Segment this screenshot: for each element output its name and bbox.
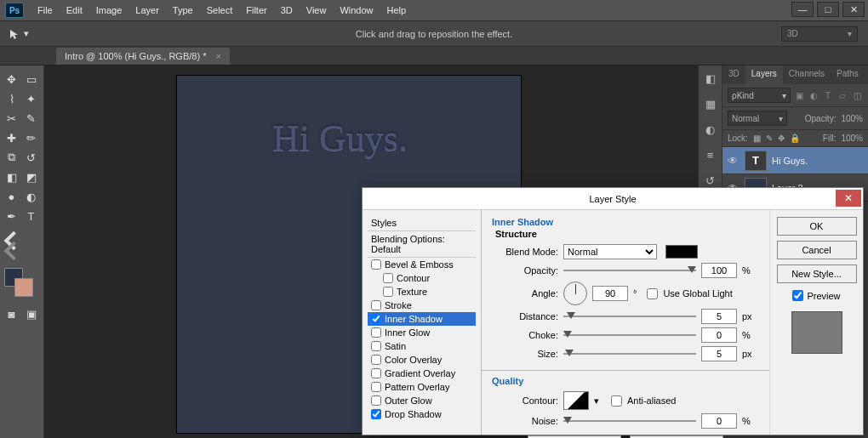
- filter-type-icon[interactable]: T: [822, 89, 834, 101]
- tab-layers[interactable]: Layers: [745, 65, 783, 84]
- background-swatch[interactable]: [14, 278, 33, 297]
- style-contour[interactable]: Contour: [368, 271, 476, 285]
- style-checkbox[interactable]: [371, 341, 381, 351]
- heal-tool[interactable]: ✚: [3, 129, 20, 146]
- style-texture[interactable]: Texture: [368, 285, 476, 299]
- style-checkbox[interactable]: [371, 300, 381, 310]
- color-swatches[interactable]: [3, 268, 41, 299]
- layer-style-dialog[interactable]: Layer Style ✕ Styles Blending Options: D…: [362, 187, 864, 435]
- opacity-slider[interactable]: [563, 265, 696, 276]
- style-checkbox[interactable]: [371, 314, 381, 324]
- style-inner-glow[interactable]: Inner Glow: [368, 326, 476, 339]
- style-checkbox[interactable]: [383, 287, 393, 297]
- menu-image[interactable]: Image: [89, 2, 129, 19]
- angle-wheel[interactable]: [563, 282, 587, 305]
- style-checkbox[interactable]: [371, 395, 381, 406]
- size-input[interactable]: [701, 346, 737, 361]
- styles-panel-icon[interactable]: ≡: [703, 147, 718, 162]
- new-style-button[interactable]: New Style...: [777, 265, 857, 283]
- history-panel-icon[interactable]: ↺: [703, 173, 718, 188]
- brush-tool[interactable]: ✏: [22, 129, 40, 146]
- swatch-panel-icon[interactable]: ▦: [703, 96, 718, 111]
- style-satin[interactable]: Satin: [368, 339, 476, 353]
- noise-input[interactable]: [701, 413, 737, 429]
- style-gradient-overlay[interactable]: Gradient Overlay: [368, 367, 476, 380]
- close-tab-icon[interactable]: ×: [216, 51, 221, 61]
- document-tab[interactable]: Intro @ 100% (Hi Guys., RGB/8) * ×: [56, 48, 230, 65]
- cancel-button[interactable]: Cancel: [777, 241, 857, 259]
- window-minimize-button[interactable]: —: [791, 2, 814, 17]
- visibility-icon[interactable]: 👁: [726, 155, 740, 167]
- marquee-tool[interactable]: ▭: [22, 71, 40, 88]
- style-color-overlay[interactable]: Color Overlay: [368, 353, 476, 367]
- menu-view[interactable]: View: [300, 2, 334, 19]
- dialog-close-button[interactable]: ✕: [836, 190, 861, 207]
- dialog-titlebar[interactable]: Layer Style ✕: [363, 188, 863, 210]
- style-checkbox[interactable]: [371, 355, 381, 365]
- lasso-tool[interactable]: ⌇: [3, 90, 20, 107]
- menu-file[interactable]: File: [31, 2, 60, 19]
- workspace-3d-dropdown[interactable]: 3D ▾: [781, 26, 858, 42]
- distance-slider[interactable]: [563, 310, 696, 322]
- lock-trans-icon[interactable]: ▦: [753, 134, 761, 143]
- filter-shape-icon[interactable]: ▱: [837, 89, 848, 101]
- eyedropper-tool[interactable]: ✎: [22, 110, 40, 127]
- style-drop-shadow[interactable]: Drop Shadow: [368, 407, 476, 421]
- style-checkbox[interactable]: [371, 259, 381, 270]
- layer-name[interactable]: Hi Guys.: [772, 156, 808, 166]
- anti-aliased-checkbox[interactable]: [611, 395, 622, 407]
- adjust-panel-icon[interactable]: ◐: [703, 122, 718, 137]
- style-pattern-overlay[interactable]: Pattern Overlay: [368, 380, 476, 394]
- shadow-color-swatch[interactable]: [665, 245, 698, 259]
- history-brush-tool[interactable]: ↺: [22, 149, 40, 166]
- blur-tool[interactable]: ●: [3, 188, 20, 205]
- style-stroke[interactable]: Stroke: [368, 299, 476, 312]
- style-checkbox[interactable]: [383, 273, 393, 283]
- crop-tool[interactable]: ✂: [3, 110, 20, 127]
- color-panel-icon[interactable]: ◧: [703, 71, 718, 86]
- noise-slider[interactable]: [563, 415, 696, 427]
- filter-smart-icon[interactable]: ◫: [851, 89, 863, 101]
- style-bevel-emboss[interactable]: Bevel & Emboss: [368, 258, 476, 271]
- wand-tool[interactable]: ✦: [22, 90, 40, 107]
- fill-value[interactable]: 100%: [841, 134, 863, 143]
- blend-mode-select[interactable]: Normal: [563, 244, 657, 259]
- lock-pos-icon[interactable]: ✥: [778, 134, 785, 143]
- menu-layer[interactable]: Layer: [128, 2, 166, 19]
- contour-dd-icon[interactable]: ▾: [594, 395, 599, 407]
- ok-button[interactable]: OK: [777, 217, 857, 236]
- eraser-tool[interactable]: ◧: [3, 168, 20, 185]
- move-tool[interactable]: ✥: [3, 71, 20, 88]
- size-slider[interactable]: [563, 348, 696, 360]
- menu-type[interactable]: Type: [166, 2, 200, 19]
- style-outer-glow[interactable]: Outer Glow: [368, 394, 476, 407]
- choke-slider[interactable]: [563, 329, 696, 341]
- dodge-tool[interactable]: ◐: [22, 188, 40, 205]
- style-checkbox[interactable]: [371, 368, 381, 378]
- type-tool[interactable]: T: [22, 208, 40, 225]
- opacity-value[interactable]: 100%: [841, 114, 863, 123]
- toolbar-chevron-icon[interactable]: [4, 230, 20, 263]
- style-inner-shadow[interactable]: Inner Shadow: [368, 312, 476, 326]
- layer-row-hi-guys[interactable]: 👁 T Hi Guys.: [722, 147, 868, 174]
- opacity-input[interactable]: [701, 263, 737, 278]
- contour-picker[interactable]: [563, 391, 589, 410]
- tab-channels[interactable]: Channels: [783, 65, 831, 84]
- choke-input[interactable]: [701, 327, 737, 343]
- window-close-button[interactable]: ✕: [842, 2, 865, 17]
- quickmask-tool[interactable]: ◙: [3, 305, 20, 322]
- filter-pixel-icon[interactable]: ▣: [793, 89, 805, 101]
- blend-mode-dropdown[interactable]: Normal▾: [728, 111, 787, 126]
- styles-header[interactable]: Styles: [368, 215, 476, 230]
- style-checkbox[interactable]: [371, 409, 381, 419]
- angle-input[interactable]: [592, 286, 628, 301]
- screenmode-tool[interactable]: ▣: [22, 305, 40, 322]
- tab-3d[interactable]: 3D: [722, 65, 745, 84]
- style-checkbox[interactable]: [371, 327, 381, 338]
- lock-all-icon[interactable]: 🔒: [790, 134, 800, 143]
- use-global-light-checkbox[interactable]: [647, 288, 658, 299]
- lock-paint-icon[interactable]: ✎: [766, 134, 773, 143]
- menu-3d[interactable]: 3D: [274, 2, 300, 19]
- move-tool-indicator[interactable]: ▾: [9, 28, 29, 40]
- filter-kind-dropdown[interactable]: ρ Kind ▾: [728, 88, 791, 103]
